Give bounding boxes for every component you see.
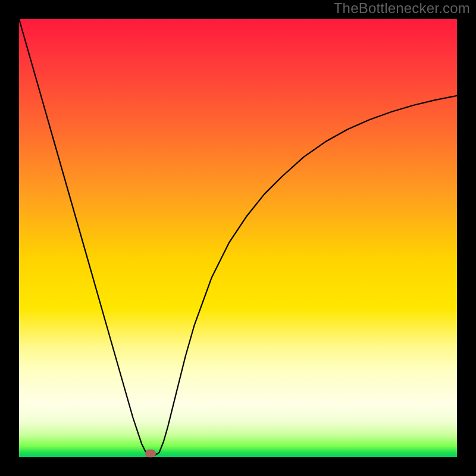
plot-area [19,19,457,457]
bottleneck-curve [19,19,457,457]
chart-frame: TheBottlenecker.com [0,0,476,476]
watermark-text: TheBottlenecker.com [334,0,470,17]
optimal-point-marker [145,450,156,458]
